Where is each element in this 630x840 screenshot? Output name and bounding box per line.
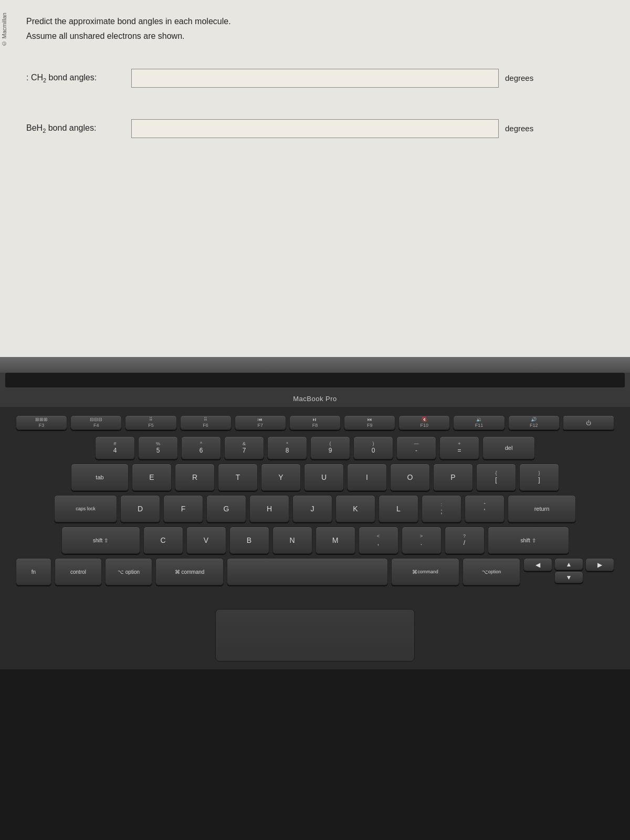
modifier-row: fn control ⌥ option ⌘ command ⌘ command … bbox=[16, 558, 614, 585]
key-e[interactable]: E bbox=[132, 464, 172, 491]
key-f6[interactable]: ⠿ F6 bbox=[180, 415, 232, 430]
key-quote[interactable]: "' bbox=[465, 495, 505, 522]
instruction-line2: Assume all unshared electrons are shown. bbox=[26, 30, 604, 42]
key-lparen-9[interactable]: (9 bbox=[310, 436, 350, 459]
key-amp-7[interactable]: &7 bbox=[224, 436, 264, 459]
key-rparen-0[interactable]: )0 bbox=[353, 436, 393, 459]
key-m[interactable]: M bbox=[316, 527, 355, 554]
macbook-label: MacBook Pro bbox=[0, 391, 630, 407]
key-control[interactable]: control bbox=[55, 558, 102, 585]
fn-key-row: ⊞⊞⊞ F3 ⊟⊟⊟ F4 ⠿ F5 ⠿ F6 bbox=[16, 415, 614, 430]
questions-section: : CH2 bond angles: degrees BeH2 bond ang… bbox=[26, 69, 604, 138]
key-f5[interactable]: ⠿ F5 bbox=[125, 415, 176, 430]
key-power[interactable]: ⏻ bbox=[563, 415, 614, 430]
key-space[interactable] bbox=[227, 558, 388, 585]
option-label: option bbox=[488, 569, 501, 574]
key-u[interactable]: U bbox=[304, 464, 344, 491]
key-command-left[interactable]: ⌘ command bbox=[155, 558, 224, 585]
key-comma[interactable]: <, bbox=[359, 527, 398, 554]
key-fn[interactable]: fn bbox=[16, 558, 51, 585]
key-y[interactable]: Y bbox=[261, 464, 301, 491]
trackpad[interactable] bbox=[215, 609, 415, 662]
instruction-line1: Predict the approximate bond angles in e… bbox=[26, 16, 604, 27]
key-t[interactable]: T bbox=[218, 464, 258, 491]
number-row: #4 %5 ^6 &7 *8 (9 )0 —- bbox=[16, 436, 614, 459]
key-l[interactable]: L bbox=[379, 495, 418, 522]
answer-input-1[interactable] bbox=[131, 69, 499, 88]
key-dash[interactable]: —- bbox=[396, 436, 436, 459]
key-hash-4[interactable]: #4 bbox=[95, 436, 135, 459]
key-f8[interactable]: ⏯ F8 bbox=[289, 415, 341, 430]
key-f[interactable]: F bbox=[163, 495, 203, 522]
key-command-right[interactable]: ⌘ command bbox=[391, 558, 459, 585]
key-p[interactable]: P bbox=[433, 464, 473, 491]
home-row: caps lock D F G H J K L :; "' return bbox=[16, 495, 614, 522]
key-percent-5[interactable]: %5 bbox=[138, 436, 178, 459]
key-shift-left[interactable]: shift ⇧ bbox=[61, 527, 140, 554]
key-n[interactable]: N bbox=[272, 527, 312, 554]
key-tab[interactable]: tab bbox=[71, 464, 129, 491]
key-caret-6[interactable]: ^6 bbox=[181, 436, 221, 459]
question-label-1: : CH2 bond angles: bbox=[26, 73, 131, 83]
key-i[interactable]: I bbox=[347, 464, 387, 491]
key-f4[interactable]: ⊟⊟⊟ F4 bbox=[70, 415, 122, 430]
key-o[interactable]: O bbox=[390, 464, 430, 491]
laptop-body: MacBook Pro ⊞⊞⊞ F3 ⊟⊟⊟ F4 ⠿ F5 bbox=[0, 373, 630, 669]
key-h[interactable]: H bbox=[249, 495, 289, 522]
key-arrow-right[interactable]: ▶ bbox=[585, 558, 614, 571]
question-row-2: BeH2 bond angles: degrees bbox=[26, 119, 604, 138]
key-b[interactable]: B bbox=[229, 527, 269, 554]
key-f3[interactable]: ⊞⊞⊞ F3 bbox=[16, 415, 67, 430]
key-star-8[interactable]: *8 bbox=[267, 436, 307, 459]
key-option-right[interactable]: ⌥ option bbox=[463, 558, 520, 585]
touch-bar[interactable] bbox=[5, 373, 625, 387]
key-f10[interactable]: 🔇 F10 bbox=[398, 415, 450, 430]
key-r[interactable]: R bbox=[175, 464, 215, 491]
question-row-1: : CH2 bond angles: degrees bbox=[26, 69, 604, 88]
key-delete[interactable]: del bbox=[482, 436, 535, 459]
key-equals[interactable]: += bbox=[439, 436, 479, 459]
answer-input-2[interactable] bbox=[131, 119, 499, 138]
unit-label-2: degrees bbox=[505, 124, 537, 133]
command-label: command bbox=[417, 569, 438, 574]
bottom-letter-row: shift ⇧ C V B N M <, >. ?/ shift ⇧ bbox=[16, 527, 614, 554]
key-j[interactable]: J bbox=[292, 495, 332, 522]
keyboard: ⊞⊞⊞ F3 ⊟⊟⊟ F4 ⠿ F5 ⠿ F6 bbox=[0, 407, 630, 601]
qwerty-row: tab E R T Y U I O P {[ }] bbox=[16, 464, 614, 491]
key-f9[interactable]: ⏭ F9 bbox=[344, 415, 395, 430]
instructions-block: Predict the approximate bond angles in e… bbox=[26, 16, 604, 43]
key-arrow-left[interactable]: ◀ bbox=[523, 558, 552, 571]
key-v[interactable]: V bbox=[186, 527, 226, 554]
question-label-2: BeH2 bond angles: bbox=[26, 123, 131, 134]
key-arrow-down[interactable]: ▼ bbox=[554, 571, 583, 583]
key-c[interactable]: C bbox=[143, 527, 183, 554]
key-k[interactable]: K bbox=[335, 495, 375, 522]
key-f7[interactable]: ⏮ F7 bbox=[235, 415, 286, 430]
key-return[interactable]: return bbox=[508, 495, 576, 522]
key-f12[interactable]: 🔊 F12 bbox=[508, 415, 560, 430]
key-lbracket[interactable]: {[ bbox=[476, 464, 516, 491]
key-option-left[interactable]: ⌥ option bbox=[105, 558, 152, 585]
brand-label: © Macmillan bbox=[0, 10, 8, 49]
laptop-bezel-top bbox=[0, 357, 630, 373]
key-d[interactable]: D bbox=[120, 495, 160, 522]
key-arrow-up[interactable]: ▲ bbox=[554, 558, 583, 570]
trackpad-area bbox=[0, 601, 630, 669]
key-semicolon[interactable]: :; bbox=[422, 495, 461, 522]
unit-label-1: degrees bbox=[505, 74, 537, 82]
key-slash[interactable]: ?/ bbox=[445, 527, 485, 554]
key-caps[interactable]: caps lock bbox=[54, 495, 117, 522]
key-rbracket[interactable]: }] bbox=[519, 464, 559, 491]
key-g[interactable]: G bbox=[206, 495, 246, 522]
screen-area: © Macmillan Predict the approximate bond… bbox=[0, 0, 630, 357]
key-period[interactable]: >. bbox=[402, 527, 442, 554]
key-f11[interactable]: 🔉 F11 bbox=[453, 415, 505, 430]
key-shift-right[interactable]: shift ⇧ bbox=[488, 527, 569, 554]
